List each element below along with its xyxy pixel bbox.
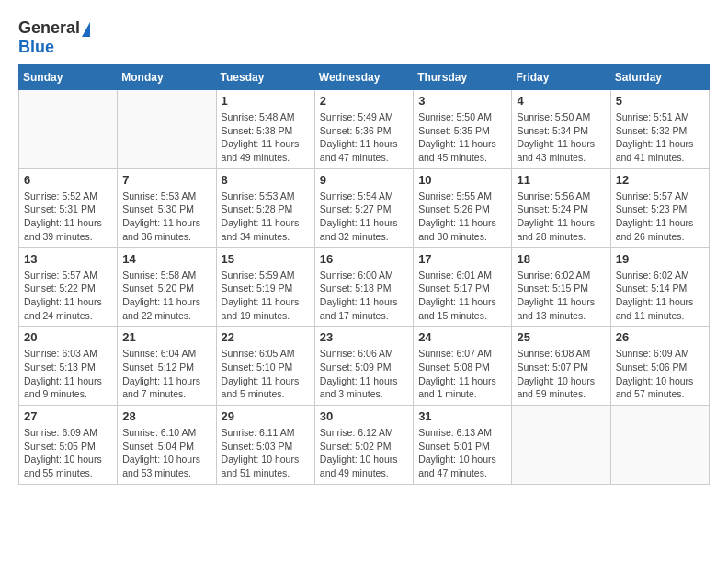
day-number: 4 — [517, 94, 605, 108]
day-number: 9 — [320, 173, 408, 187]
day-number: 21 — [122, 330, 210, 344]
day-number: 7 — [122, 173, 210, 187]
day-info: Sunrise: 6:02 AM Sunset: 5:15 PM Dayligh… — [517, 269, 605, 323]
calendar-cell: 25Sunrise: 6:08 AM Sunset: 5:07 PM Dayli… — [512, 327, 610, 406]
day-number: 8 — [222, 173, 310, 187]
day-number: 30 — [320, 409, 408, 423]
calendar-cell: 24Sunrise: 6:07 AM Sunset: 5:08 PM Dayli… — [414, 327, 512, 406]
day-number: 22 — [222, 330, 310, 344]
weekday-header: Saturday — [610, 65, 709, 90]
calendar-cell: 8Sunrise: 5:53 AM Sunset: 5:28 PM Daylig… — [216, 168, 314, 247]
day-number: 13 — [24, 252, 112, 266]
calendar-cell: 7Sunrise: 5:53 AM Sunset: 5:30 PM Daylig… — [118, 168, 216, 247]
calendar-cell: 19Sunrise: 6:02 AM Sunset: 5:14 PM Dayli… — [610, 247, 709, 327]
calendar-cell: 27Sunrise: 6:09 AM Sunset: 5:05 PM Dayli… — [19, 406, 118, 485]
day-info: Sunrise: 5:49 AM Sunset: 5:36 PM Dayligh… — [320, 110, 408, 165]
day-info: Sunrise: 5:53 AM Sunset: 5:28 PM Dayligh… — [222, 190, 310, 244]
weekday-header: Wednesday — [314, 65, 413, 90]
logo-general: General — [18, 18, 80, 38]
day-number: 6 — [24, 173, 112, 187]
calendar-week-row: 27Sunrise: 6:09 AM Sunset: 5:05 PM Dayli… — [19, 406, 710, 485]
calendar-cell: 26Sunrise: 6:09 AM Sunset: 5:06 PM Dayli… — [610, 327, 709, 406]
day-info: Sunrise: 5:55 AM Sunset: 5:26 PM Dayligh… — [418, 190, 506, 244]
weekday-header: Thursday — [414, 65, 512, 90]
calendar-cell: 18Sunrise: 6:02 AM Sunset: 5:15 PM Dayli… — [512, 247, 610, 327]
day-info: Sunrise: 6:05 AM Sunset: 5:10 PM Dayligh… — [222, 347, 310, 401]
day-info: Sunrise: 6:10 AM Sunset: 5:04 PM Dayligh… — [122, 426, 210, 480]
logo-blue: Blue — [18, 38, 54, 56]
day-number: 29 — [222, 409, 310, 423]
calendar-cell: 5Sunrise: 5:51 AM Sunset: 5:32 PM Daylig… — [610, 90, 709, 169]
calendar-cell: 29Sunrise: 6:11 AM Sunset: 5:03 PM Dayli… — [216, 406, 314, 485]
day-number: 10 — [418, 173, 506, 187]
day-info: Sunrise: 5:51 AM Sunset: 5:32 PM Dayligh… — [616, 110, 704, 165]
calendar-cell: 23Sunrise: 6:06 AM Sunset: 5:09 PM Dayli… — [314, 327, 413, 406]
calendar-week-row: 1Sunrise: 5:48 AM Sunset: 5:38 PM Daylig… — [19, 90, 710, 169]
calendar-cell: 15Sunrise: 5:59 AM Sunset: 5:19 PM Dayli… — [216, 247, 314, 327]
day-info: Sunrise: 6:13 AM Sunset: 5:01 PM Dayligh… — [418, 426, 506, 480]
day-number: 12 — [616, 173, 704, 187]
day-info: Sunrise: 5:56 AM Sunset: 5:24 PM Dayligh… — [517, 190, 605, 244]
day-number: 14 — [122, 252, 210, 266]
header-row: SundayMondayTuesdayWednesdayThursdayFrid… — [19, 65, 710, 90]
calendar-week-row: 13Sunrise: 5:57 AM Sunset: 5:22 PM Dayli… — [19, 247, 710, 327]
day-info: Sunrise: 6:12 AM Sunset: 5:02 PM Dayligh… — [320, 426, 408, 480]
calendar-cell: 2Sunrise: 5:49 AM Sunset: 5:36 PM Daylig… — [314, 90, 413, 169]
calendar-cell: 12Sunrise: 5:57 AM Sunset: 5:23 PM Dayli… — [610, 168, 709, 247]
day-info: Sunrise: 6:08 AM Sunset: 5:07 PM Dayligh… — [517, 347, 605, 401]
day-info: Sunrise: 5:52 AM Sunset: 5:31 PM Dayligh… — [24, 190, 112, 244]
day-number: 19 — [616, 252, 704, 266]
calendar-cell: 31Sunrise: 6:13 AM Sunset: 5:01 PM Dayli… — [414, 406, 512, 485]
day-number: 5 — [616, 94, 704, 108]
day-number: 20 — [24, 330, 112, 344]
day-number: 17 — [418, 252, 506, 266]
day-info: Sunrise: 6:09 AM Sunset: 5:05 PM Dayligh… — [24, 426, 112, 480]
day-info: Sunrise: 5:57 AM Sunset: 5:23 PM Dayligh… — [616, 190, 704, 244]
day-number: 16 — [320, 252, 408, 266]
calendar-cell: 17Sunrise: 6:01 AM Sunset: 5:17 PM Dayli… — [414, 247, 512, 327]
calendar-cell: 20Sunrise: 6:03 AM Sunset: 5:13 PM Dayli… — [19, 327, 118, 406]
calendar-cell: 4Sunrise: 5:50 AM Sunset: 5:34 PM Daylig… — [512, 90, 610, 169]
page-header: General Blue — [18, 18, 710, 57]
calendar-cell: 6Sunrise: 5:52 AM Sunset: 5:31 PM Daylig… — [19, 168, 118, 247]
weekday-header: Monday — [118, 65, 216, 90]
weekday-header: Friday — [512, 65, 610, 90]
day-number: 25 — [517, 330, 605, 344]
calendar-cell: 21Sunrise: 6:04 AM Sunset: 5:12 PM Dayli… — [118, 327, 216, 406]
day-number: 28 — [122, 409, 210, 423]
day-info: Sunrise: 6:09 AM Sunset: 5:06 PM Dayligh… — [616, 347, 704, 401]
day-info: Sunrise: 6:04 AM Sunset: 5:12 PM Dayligh… — [122, 347, 210, 401]
calendar-cell: 1Sunrise: 5:48 AM Sunset: 5:38 PM Daylig… — [216, 90, 314, 169]
calendar-cell: 30Sunrise: 6:12 AM Sunset: 5:02 PM Dayli… — [314, 406, 413, 485]
day-info: Sunrise: 5:53 AM Sunset: 5:30 PM Dayligh… — [122, 190, 210, 244]
day-info: Sunrise: 6:11 AM Sunset: 5:03 PM Dayligh… — [222, 426, 310, 480]
calendar-cell: 3Sunrise: 5:50 AM Sunset: 5:35 PM Daylig… — [414, 90, 512, 169]
day-number: 27 — [24, 409, 112, 423]
day-info: Sunrise: 5:58 AM Sunset: 5:20 PM Dayligh… — [122, 269, 210, 323]
day-info: Sunrise: 6:02 AM Sunset: 5:14 PM Dayligh… — [616, 269, 704, 323]
calendar-cell: 14Sunrise: 5:58 AM Sunset: 5:20 PM Dayli… — [118, 247, 216, 327]
calendar-week-row: 6Sunrise: 5:52 AM Sunset: 5:31 PM Daylig… — [19, 168, 710, 247]
day-number: 15 — [222, 252, 310, 266]
calendar-cell: 9Sunrise: 5:54 AM Sunset: 5:27 PM Daylig… — [314, 168, 413, 247]
day-info: Sunrise: 5:59 AM Sunset: 5:19 PM Dayligh… — [222, 269, 310, 323]
day-info: Sunrise: 6:06 AM Sunset: 5:09 PM Dayligh… — [320, 347, 408, 401]
weekday-header: Tuesday — [216, 65, 314, 90]
day-info: Sunrise: 5:57 AM Sunset: 5:22 PM Dayligh… — [24, 269, 112, 323]
day-number: 31 — [418, 409, 506, 423]
calendar-cell — [610, 406, 709, 485]
day-info: Sunrise: 6:01 AM Sunset: 5:17 PM Dayligh… — [418, 269, 506, 323]
day-info: Sunrise: 5:54 AM Sunset: 5:27 PM Dayligh… — [320, 190, 408, 244]
calendar: SundayMondayTuesdayWednesdayThursdayFrid… — [18, 64, 710, 485]
calendar-cell — [19, 90, 118, 169]
day-number: 23 — [320, 330, 408, 344]
logo-triangle — [82, 22, 90, 37]
day-number: 26 — [616, 330, 704, 344]
calendar-header: SundayMondayTuesdayWednesdayThursdayFrid… — [19, 65, 710, 90]
day-info: Sunrise: 6:00 AM Sunset: 5:18 PM Dayligh… — [320, 269, 408, 323]
calendar-cell: 28Sunrise: 6:10 AM Sunset: 5:04 PM Dayli… — [118, 406, 216, 485]
calendar-cell: 11Sunrise: 5:56 AM Sunset: 5:24 PM Dayli… — [512, 168, 610, 247]
day-number: 2 — [320, 94, 408, 108]
day-info: Sunrise: 5:50 AM Sunset: 5:34 PM Dayligh… — [517, 110, 605, 165]
calendar-cell: 16Sunrise: 6:00 AM Sunset: 5:18 PM Dayli… — [314, 247, 413, 327]
